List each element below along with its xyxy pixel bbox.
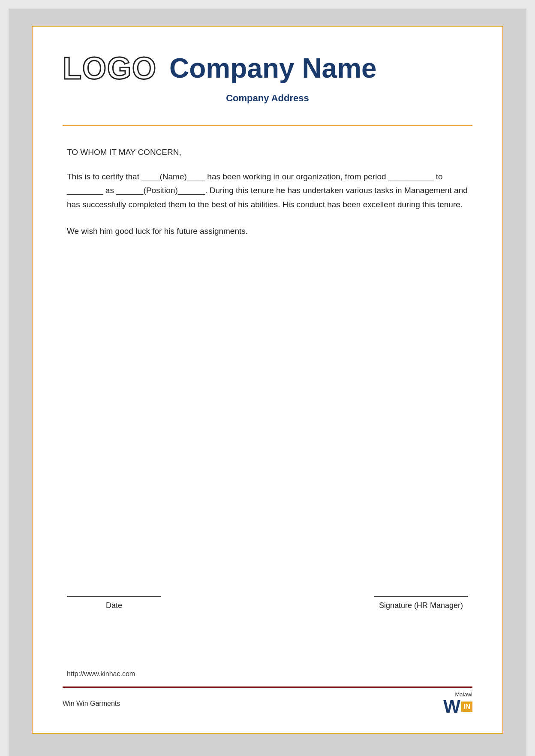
date-label: Date [67, 601, 161, 610]
logo-icon: LOGO [63, 53, 157, 84]
salutation: TO WHOM IT MAY CONCERN, [67, 148, 468, 157]
company-address-text: Company Address [226, 93, 309, 103]
header: LOGO Company Name [63, 52, 472, 84]
win-w-letter: W [443, 698, 460, 716]
letter-content: TO WHOM IT MAY CONCERN, This is to certi… [63, 148, 472, 545]
website-text: http://www.kinhac.com [63, 670, 472, 678]
signature-block: Signature (HR Manager) [374, 596, 468, 610]
sig-label: Signature (HR Manager) [374, 601, 468, 610]
document: LOGO Company Name Company Address TO WHO… [32, 26, 503, 734]
date-block: Date [67, 596, 161, 610]
footer-company-name: Win Win Garments [63, 700, 120, 708]
company-address-section: Company Address [63, 93, 472, 104]
sig-line [374, 596, 468, 597]
footer-content: Win Win Garments Malawi W IN [63, 691, 472, 716]
wish-paragraph: We wish him good luck for his future ass… [67, 224, 468, 238]
signature-section: Date Signature (HR Manager) [63, 596, 472, 610]
header-divider [63, 125, 472, 126]
footer-logo-block: Malawi W IN [443, 691, 472, 716]
win-win-logo: W IN [443, 698, 472, 716]
footer-divider [63, 686, 472, 688]
body-paragraph: This is to certify that ____(Name)____ h… [67, 170, 468, 212]
date-line [67, 596, 161, 597]
page-wrapper: LOGO Company Name Company Address TO WHO… [9, 9, 526, 756]
footer: Win Win Garments Malawi W IN [63, 678, 472, 716]
company-name-heading: Company Name [169, 52, 377, 84]
logo-combined: LOGO [63, 53, 163, 84]
win-in-block: IN [461, 702, 472, 711]
